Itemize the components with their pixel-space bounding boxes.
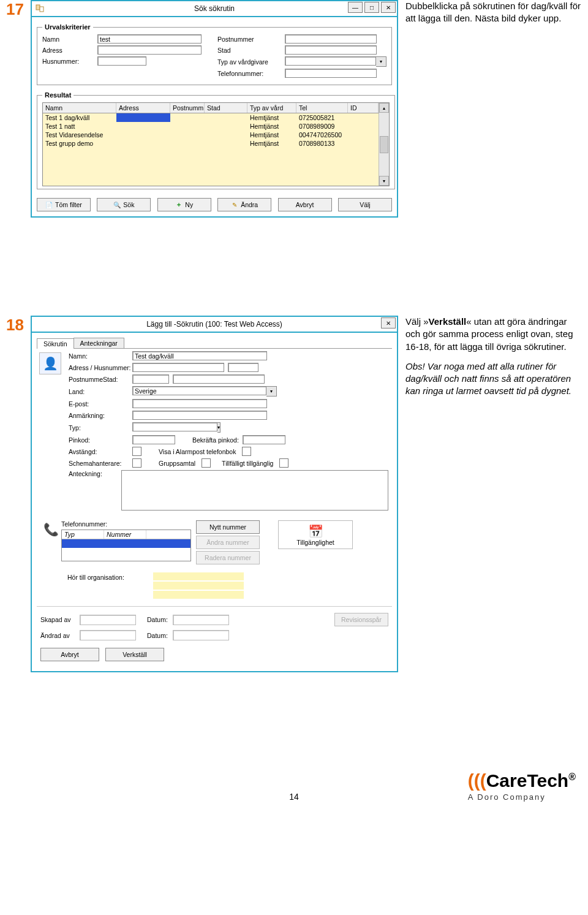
tillf-checkbox[interactable] [279,458,288,468]
grupp-checkbox[interactable] [202,458,211,468]
namn-input[interactable] [97,34,202,44]
typ-combo[interactable]: ▾ [132,422,212,433]
label-poststad: PostnummeStad: [69,376,132,383]
namn-input[interactable] [132,351,267,360]
anm-input[interactable] [132,411,267,420]
chevron-down-icon[interactable]: ▾ [217,422,221,433]
new-button[interactable]: ＋Ny [157,198,211,211]
phone-icon: 📞 [40,520,61,539]
col-stad[interactable]: Stad [205,103,247,113]
edit-button[interactable]: ✎Ändra [217,198,271,211]
cancel-button[interactable]: Avbryt [278,198,332,211]
husnr-input[interactable] [228,363,258,372]
visaalarm-checkbox[interactable] [242,447,251,456]
scroll-down-icon[interactable]: ▾ [379,176,389,186]
minimize-button[interactable]: — [348,2,363,13]
table-row[interactable]: Test 1 dag/kväll Hemtjänst 0725005821 [43,113,379,122]
land-combo[interactable]: ▾ [132,386,277,397]
clear-filter-button[interactable]: 📄Töm filter [37,198,91,211]
cell [348,122,379,131]
label-epost: E-post: [69,400,132,408]
col-typ[interactable]: Typ [62,530,104,539]
revision-button[interactable]: Revisionsspår [334,613,388,626]
window-title: Sök sökrutin [32,4,397,13]
phone-table[interactable]: Typ Nummer [61,530,191,561]
new-number-button[interactable]: Nytt nummer [196,520,260,534]
label-anm: Anmärkning: [69,412,132,419]
label-schema: Schemahanterare: [69,460,132,467]
tab-anteckningar[interactable]: Anteckningar [74,338,124,348]
cell [170,122,205,131]
page-number: 14 [289,792,299,802]
husnummer-input[interactable] [97,56,146,66]
cancel-button[interactable]: Avbryt [40,648,99,661]
search-routine-window: Sök sökrutin — □ ✕ Urvalskriterier Na [31,0,398,218]
col-namn[interactable]: Namn [43,103,116,113]
tab-sokrutin[interactable]: Sökrutin [37,338,74,349]
stad-input[interactable] [173,374,265,384]
label-telefon: Telefonnummer: [217,70,285,77]
label-typvard: Typ av vårdgivare [217,58,285,66]
stad-input[interactable] [285,45,377,55]
col-adress[interactable]: Adress [116,103,170,113]
adress-input[interactable] [132,363,224,372]
delete-number-button[interactable]: Radera nummer [196,551,260,564]
col-nummer[interactable]: Nummer [104,530,146,539]
label-adress: Adress [42,47,97,54]
telefon-input[interactable] [285,69,377,78]
postnummer-input[interactable] [285,34,377,44]
cell [170,139,205,148]
brand-text: CareTech [486,770,569,791]
search-icon: 🔍 [113,201,121,208]
availability-button[interactable]: 📅 Tillgänglighet [278,520,353,549]
scroll-thumb[interactable] [380,136,388,153]
scroll-up-icon[interactable]: ▴ [379,103,389,113]
chevron-down-icon[interactable]: ▾ [376,56,386,67]
cell: Test Vidaresendelse [43,131,116,139]
col-typ[interactable]: Typ av vård [247,103,296,113]
label-organisation: Hör till organisation: [40,572,153,581]
cell: Hemtjänst [247,139,296,148]
land-value [132,386,266,395]
titlebar: Sök sökrutin — □ ✕ [32,1,397,17]
desc-text: Dubbelklicka på sök­rutinen för dag/kväl… [405,0,582,25]
close-button[interactable]: ✕ [381,317,396,328]
table-row[interactable]: Test grupp demo Hemtjänst 0708980133 [43,139,379,148]
cell: Hemtjänst [247,122,296,131]
table-row[interactable]: Test 1 natt Hemtjänst 0708989009 [43,122,379,131]
close-button[interactable]: ✕ [381,2,396,13]
col-id[interactable]: ID [348,103,379,113]
bekpin-input[interactable] [243,435,285,444]
avstangd-checkbox[interactable] [132,447,141,456]
step17-description: Dubbelklicka på sök­rutinen för dag/kväl… [398,0,582,32]
skapad-av-field [80,615,136,625]
result-table[interactable]: Namn Adress Postnumm Stad Typ av vård Te… [42,102,390,186]
col-postnumm[interactable]: Postnumm [170,103,205,113]
scrollbar[interactable]: ▴ ▾ [379,103,389,186]
cell: Test 1 dag/kväll [43,113,116,122]
phone-row-selected[interactable] [62,539,190,548]
cell [205,131,247,139]
chevron-down-icon[interactable]: ▾ [266,386,277,397]
table-row[interactable]: Test Vidaresendelse Hemtjänst 0047470265… [43,131,379,139]
col-tel[interactable]: Tel [296,103,348,113]
desc-text: Välj »Verkställ« utan att göra ändringar… [405,316,582,353]
label-namn: Namn [42,36,97,43]
schema-checkbox[interactable] [132,458,141,468]
select-button[interactable]: Välj [338,198,392,211]
result-group: Resultat Namn Adress Postnumm Stad Typ a… [37,91,395,189]
postnr-input[interactable] [132,374,169,384]
anteckning-textarea[interactable] [121,470,388,511]
adress-input[interactable] [97,45,202,55]
epost-input[interactable] [132,399,267,408]
maximize-button[interactable]: □ [364,2,379,13]
pinkod-input[interactable] [132,435,175,444]
search-button[interactable]: 🔍Sök [97,198,151,211]
step-number-17: 17 [6,0,31,19]
typvard-combo[interactable]: ▾ [285,56,386,67]
btn-label: Ändra [241,201,258,208]
apply-button[interactable]: Verkställ [105,648,164,661]
btn-label: Välj [360,201,371,208]
edit-number-button[interactable]: Ändra nummer [196,536,260,549]
plus-icon: ＋ [175,201,183,208]
